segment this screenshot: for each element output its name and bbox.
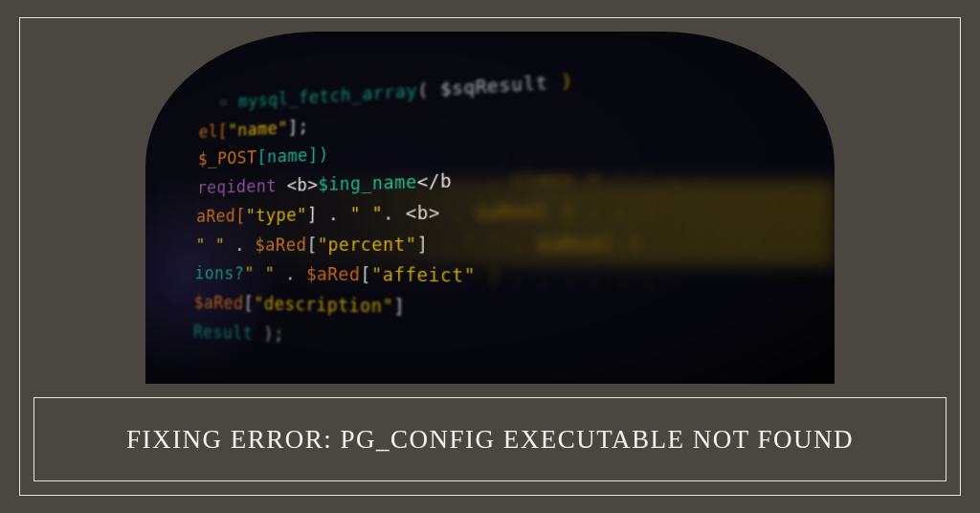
card-frame: = mysql_fetch_array( $sqResult ) el["nam… [19,17,961,496]
article-title: Fixing Error: PG_CONFIG executable not f… [126,422,854,457]
title-bar: Fixing Error: PG_CONFIG executable not f… [33,397,947,481]
code-screenshot: = mysql_fetch_array( $sqResult ) el["nam… [145,32,835,384]
hero-image-container: = mysql_fetch_array( $sqResult ) el["nam… [33,32,947,384]
code-text: = mysql_fetch_array( $sqResult ) el["nam… [190,32,835,384]
